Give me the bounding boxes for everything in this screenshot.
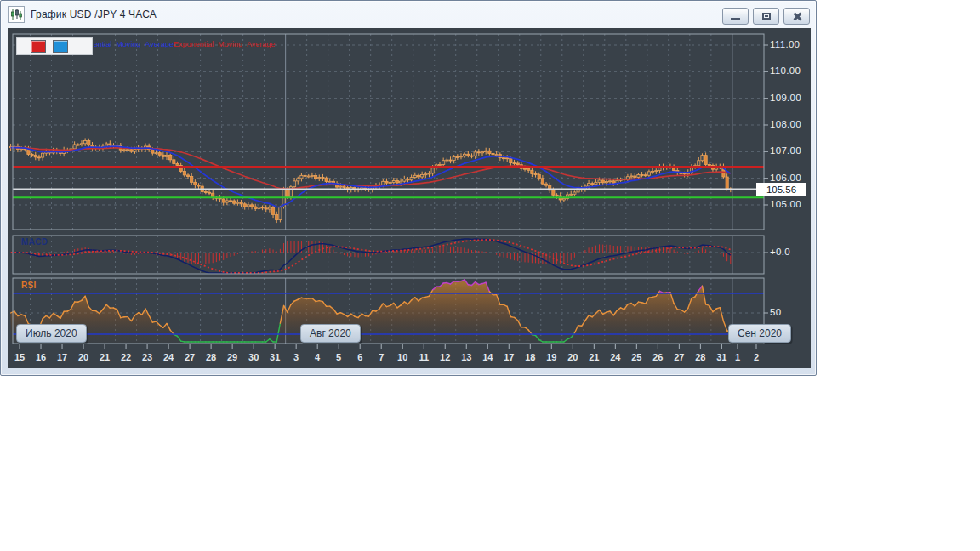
date-label: 18 — [525, 352, 535, 362]
date-label: 30 — [248, 352, 259, 362]
date-label: 25 — [631, 352, 641, 362]
date-label: 1 — [735, 352, 740, 362]
date-label: 21 — [589, 352, 599, 362]
window-title: График USD /JPY 4 ЧАСА — [31, 9, 157, 20]
date-label: 19 — [546, 352, 556, 362]
date-label: 20 — [78, 352, 88, 362]
date-label: 4 — [315, 352, 320, 362]
window-titlebar[interactable]: График USD /JPY 4 ЧАСА — [1, 1, 816, 27]
date-label: 27 — [674, 352, 684, 362]
maximize-button[interactable] — [753, 8, 779, 25]
date-label: 24 — [163, 352, 174, 362]
price-chart-canvas[interactable] — [8, 28, 811, 368]
ema-fast-label: ential_Moving_Average — [94, 40, 174, 48]
month-label: Авг 2020 — [300, 324, 361, 343]
month-label: Июль 2020 — [16, 324, 87, 343]
date-label: 21 — [100, 352, 110, 362]
date-label: 28 — [695, 352, 705, 362]
minimize-icon — [731, 18, 740, 20]
price-tick-label: 106.00 — [770, 173, 801, 183]
date-label: 12 — [440, 352, 450, 362]
price-tick-label: 111.00 — [770, 39, 800, 49]
rsi-axis-label: 50 — [770, 307, 781, 317]
macd-axis-label: +0.0 — [770, 247, 790, 257]
date-label: 31 — [270, 352, 280, 362]
ema-slow-label: Exponential_Moving_Average — [174, 40, 275, 48]
date-label: 31 — [716, 352, 726, 362]
chart-window: График USD /JPY 4 ЧАСА ential_Moving_Ave… — [0, 0, 817, 376]
date-label: 17 — [57, 352, 67, 362]
minimize-button[interactable] — [722, 8, 749, 25]
date-label: 23 — [142, 352, 152, 362]
date-label: 3 — [293, 352, 299, 362]
date-label: 15 — [14, 352, 25, 362]
price-tick-label: 110.00 — [770, 65, 801, 76]
window-controls — [722, 8, 810, 25]
candlestick-chart-icon — [8, 6, 25, 23]
chart-area[interactable]: ential_Moving_AverageExponential_Moving_… — [8, 28, 811, 368]
date-label: 26 — [652, 352, 663, 362]
date-label: 10 — [397, 352, 407, 362]
ema-slow-color-swatch[interactable] — [31, 40, 46, 53]
price-tick-label: 105.00 — [770, 199, 801, 209]
date-label: 13 — [461, 352, 471, 362]
close-icon — [792, 12, 802, 21]
date-label: 6 — [357, 352, 362, 362]
price-tick-label: 109.00 — [770, 93, 801, 103]
date-label: 11 — [419, 352, 429, 362]
price-tick-label: 108.00 — [770, 119, 801, 129]
date-label: 17 — [504, 352, 514, 362]
date-label: 16 — [36, 352, 46, 362]
ema-fast-color-swatch[interactable] — [53, 40, 68, 53]
ma-legend — [16, 37, 93, 55]
date-label: 24 — [610, 352, 620, 362]
date-label: 20 — [567, 352, 578, 362]
close-button[interactable] — [783, 8, 810, 25]
date-label: 5 — [336, 352, 341, 362]
current-price-label: 105.56 — [756, 183, 806, 196]
ma-legend-text: ential_Moving_AverageExponential_Moving_… — [94, 40, 275, 48]
date-label: 29 — [227, 352, 237, 362]
date-label: 14 — [482, 352, 493, 362]
date-label: 22 — [121, 352, 131, 362]
month-label: Сен 2020 — [728, 324, 791, 343]
date-label: 2 — [754, 352, 759, 362]
rsi-panel-title: RSI — [21, 281, 37, 290]
maximize-icon — [762, 13, 771, 20]
price-tick-label: 107.00 — [770, 145, 801, 156]
date-label: 7 — [379, 352, 384, 362]
date-label: 27 — [185, 352, 195, 362]
macd-panel-title: MACD — [21, 237, 48, 247]
date-label: 28 — [206, 352, 216, 362]
